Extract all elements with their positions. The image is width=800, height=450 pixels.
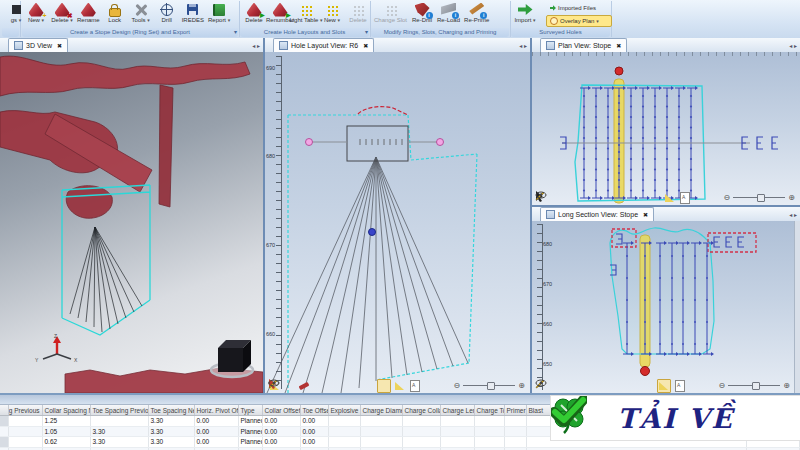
hole-layout-viewport[interactable]: 690 680 670 660 <box>265 52 530 393</box>
zoom-in-icon[interactable]: ⊕ <box>518 381 525 391</box>
table-cell[interactable] <box>8 437 42 448</box>
table-cell[interactable] <box>360 426 402 437</box>
table-cell[interactable]: 0.00 <box>194 416 238 427</box>
horizontal-splitter[interactable] <box>532 205 800 207</box>
3d-viewport[interactable]: X Y Z <box>0 52 263 393</box>
table-cell[interactable] <box>440 426 474 437</box>
table-cell[interactable]: 3.30 <box>148 416 194 427</box>
table-cell[interactable]: Planned <box>238 437 262 448</box>
plan-viewport[interactable]: ⊖ ⊕ <box>532 52 800 205</box>
zoom-slider-knob[interactable] <box>757 194 765 202</box>
view-cube[interactable] <box>211 340 253 377</box>
table-cell[interactable] <box>402 416 440 427</box>
column-header[interactable]: Toe Spacing Previous <box>90 405 148 416</box>
ribbon-button-re-prime[interactable]: iRe-Prime <box>462 1 491 24</box>
triangle-icon[interactable] <box>394 380 406 392</box>
page-icon[interactable] <box>679 192 691 204</box>
close-icon[interactable]: ✖ <box>363 42 368 49</box>
zoom-slider[interactable] <box>733 197 785 198</box>
table-cell[interactable] <box>328 426 360 437</box>
table-cell[interactable]: Planned <box>238 416 262 427</box>
column-header[interactable]: Explosive <box>328 405 360 416</box>
column-header[interactable]: Collar Spacing Next <box>42 405 90 416</box>
ribbon-button-re-drill[interactable]: iRe-Drill <box>409 1 435 24</box>
table-cell[interactable]: 0.00 <box>262 416 300 427</box>
table-cell[interactable] <box>90 416 148 427</box>
column-header[interactable]: Collar Offset <box>262 405 300 416</box>
table-cell[interactable] <box>440 416 474 427</box>
ribbon-button-delete[interactable]: Delete <box>345 1 371 24</box>
column-header[interactable]: Toe Spacing Next <box>148 405 194 416</box>
pencil-icon[interactable] <box>424 380 436 392</box>
column-header[interactable]: Charge Collar <box>402 405 440 416</box>
brush-icon[interactable] <box>298 380 310 392</box>
tab-nav-arrows[interactable]: ◂ ▸ <box>789 211 797 218</box>
close-icon[interactable]: ✖ <box>57 42 62 49</box>
table-cell[interactable]: Planned <box>238 426 262 437</box>
table-cell[interactable]: 0.00 <box>262 437 300 448</box>
table-cell[interactable] <box>402 426 440 437</box>
long-section-viewport[interactable]: 680 670 660 650 <box>532 221 800 393</box>
zoom-out-icon[interactable]: ⊖ <box>454 381 461 391</box>
ribbon-button-report[interactable]: Report ▾ <box>206 1 232 24</box>
tab-nav-arrows[interactable]: ◂ ▸ <box>789 42 797 49</box>
table-cell[interactable]: 3.30 <box>90 437 148 448</box>
table-cell[interactable] <box>504 426 526 437</box>
table-cell[interactable] <box>8 416 42 427</box>
table-cell[interactable] <box>474 426 504 437</box>
row-selector[interactable] <box>0 426 8 437</box>
row-selector[interactable] <box>0 416 8 427</box>
table-cell[interactable] <box>360 416 402 427</box>
close-icon[interactable]: ✖ <box>643 211 648 218</box>
zoom-in-icon[interactable]: ⊕ <box>788 193 795 203</box>
table-cell[interactable]: 0.00 <box>262 426 300 437</box>
column-header[interactable]: Horiz. Pivot Offset <box>194 405 238 416</box>
table-cell[interactable]: 3.30 <box>148 426 194 437</box>
ribbon-button-change-slot[interactable]: Change Slot <box>372 1 409 24</box>
page-icon[interactable] <box>409 380 421 392</box>
tab-nav-arrows[interactable]: ◂ ▸ <box>519 42 527 49</box>
hole-toe-marker[interactable] <box>641 367 650 376</box>
link-icon[interactable] <box>283 380 295 392</box>
overlay-plan-button[interactable]: Overlay Plan ▾ <box>546 15 612 27</box>
table-cell[interactable]: 0.00 <box>300 437 328 448</box>
ribbon-button-rename[interactable]: Rename <box>75 1 102 24</box>
ribbon-button-light-table[interactable]: Light Table ▾ <box>293 1 319 24</box>
table-cell[interactable] <box>402 437 440 448</box>
pivot-handle-right[interactable] <box>437 139 444 146</box>
page-icon[interactable] <box>674 380 686 392</box>
triangle-icon[interactable] <box>664 192 676 204</box>
scrollbar[interactable] <box>794 221 800 393</box>
column-header[interactable]: Spacing Previous <box>8 405 42 416</box>
eye-icon[interactable] <box>439 380 451 392</box>
ribbon-button-delete[interactable]: ▶Delete <box>241 1 267 24</box>
table-cell[interactable]: 0.00 <box>194 426 238 437</box>
pencil-icon[interactable] <box>694 192 706 204</box>
triangle-icon[interactable] <box>657 379 671 393</box>
table-cell[interactable]: 0.00 <box>300 426 328 437</box>
vertical-splitter[interactable] <box>530 38 532 393</box>
table-cell[interactable]: 3.30 <box>148 437 194 448</box>
table-cell[interactable]: 0.62 <box>42 437 90 448</box>
table-cell[interactable]: 0.00 <box>300 416 328 427</box>
zoom-in-icon[interactable]: ⊕ <box>783 381 790 391</box>
table-cell[interactable] <box>474 416 504 427</box>
selected-hole-marker[interactable] <box>369 229 376 236</box>
table-cell[interactable] <box>328 416 360 427</box>
table-cell[interactable] <box>8 426 42 437</box>
tab-3d-view[interactable]: 3D View ✖ <box>8 38 68 52</box>
tab-plan-view[interactable]: Plan View: Stope ✖ <box>540 38 627 52</box>
ribbon-button-delete[interactable]: ✖Delete ▾ <box>49 1 75 24</box>
column-header[interactable]: Charge Toe <box>474 405 504 416</box>
table-cell[interactable] <box>504 437 526 448</box>
row-selector[interactable] <box>0 437 8 448</box>
imported-files-button[interactable]: Imported Files <box>546 2 612 14</box>
tab-hole-layout[interactable]: Hole Layout View: R6 ✖ <box>273 38 374 52</box>
eye-icon[interactable] <box>709 192 721 204</box>
dialog-launcher-icon[interactable]: ▾ <box>234 28 237 37</box>
tab-nav-arrows[interactable]: ◂ ▸ <box>252 42 260 49</box>
ribbon-button-lock[interactable]: Lock <box>102 1 128 24</box>
ribbon-button-drill[interactable]: Drill <box>154 1 180 24</box>
table-cell[interactable] <box>360 437 402 448</box>
column-header[interactable]: Primer <box>504 405 526 416</box>
